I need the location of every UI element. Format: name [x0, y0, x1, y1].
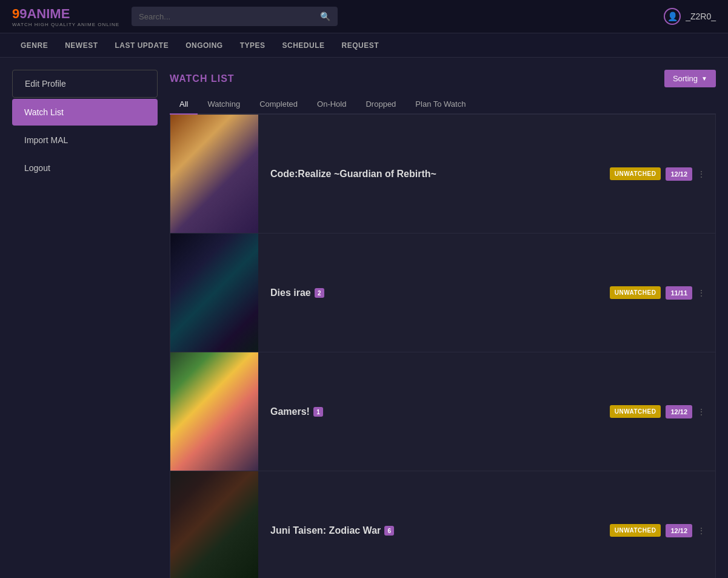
nav-item-types[interactable]: TYPES [232, 33, 274, 58]
user-area: 👤 _Z2R0_ [664, 8, 716, 25]
episode-count-badge: 12/12 [666, 524, 692, 537]
more-options-icon[interactable]: ⋮ [697, 288, 706, 298]
tab-watching[interactable]: Watching [198, 95, 250, 113]
logo-container: 99ANIME WATCH HIGH QUALITY ANIME ONLINE [12, 6, 119, 27]
anime-actions: UNWATCHED12/12⋮ [610, 405, 715, 418]
unwatched-badge: UNWATCHED [610, 286, 661, 299]
search-button[interactable]: 🔍 [313, 7, 338, 26]
chevron-down-icon: ▼ [701, 75, 707, 82]
nav-item-genre[interactable]: GENRE [12, 33, 56, 58]
search-input[interactable] [132, 7, 313, 26]
nav-item-request[interactable]: REQUEST [333, 33, 388, 58]
nav-item-ongoing[interactable]: ONGOING [177, 33, 232, 58]
sidebar-item-edit-profile[interactable]: Edit Profile [12, 70, 158, 98]
episode-badge: 1 [313, 407, 323, 417]
nav-item-schedule[interactable]: SCHEDULE [274, 33, 333, 58]
anime-info: Code:Realize ~Guardian of Rebirth~ [258, 159, 610, 189]
anime-info: Gamers!1 [258, 397, 610, 427]
logo-tagline: WATCH HIGH QUALITY ANIME ONLINE [12, 22, 119, 27]
unwatched-badge: UNWATCHED [610, 405, 661, 418]
nav-item-newest[interactable]: NEWEST [56, 33, 106, 58]
tabs: All Watching Completed On-Hold Dropped P… [170, 95, 716, 115]
tab-completed[interactable]: Completed [250, 95, 307, 113]
episode-badge: 6 [384, 526, 394, 536]
anime-list: Code:Realize ~Guardian of Rebirth~UNWATC… [170, 115, 716, 578]
anime-title[interactable]: Juni Taisen: Zodiac War6 [270, 525, 394, 536]
user-icon: 👤 [664, 8, 681, 25]
anime-thumbnail[interactable] [170, 234, 258, 352]
anime-actions: UNWATCHED12/12⋮ [610, 167, 715, 181]
episode-count-badge: 11/11 [666, 286, 692, 300]
sorting-button[interactable]: Sorting ▼ [664, 70, 716, 87]
nav: GENRE NEWEST LAST UPDATE ONGOING TYPES S… [0, 33, 728, 58]
unwatched-badge: UNWATCHED [610, 167, 661, 180]
more-options-icon[interactable]: ⋮ [697, 526, 706, 536]
anime-title[interactable]: Gamers!1 [270, 406, 323, 417]
sidebar-item-import-mal[interactable]: Import MAL [12, 127, 158, 153]
anime-actions: UNWATCHED12/12⋮ [610, 524, 715, 537]
nav-item-last-update[interactable]: LAST UPDATE [107, 33, 178, 58]
anime-info: Juni Taisen: Zodiac War6 [258, 516, 610, 546]
tab-plan-to-watch[interactable]: Plan To Watch [406, 95, 475, 113]
anime-item: Code:Realize ~Guardian of Rebirth~UNWATC… [170, 115, 715, 234]
sidebar: Edit Profile Watch List Import MAL Logou… [12, 70, 158, 578]
page-title: WATCH LIST [170, 73, 235, 84]
anime-thumbnail[interactable] [170, 115, 258, 233]
tab-dropped[interactable]: Dropped [356, 95, 406, 113]
episode-count-badge: 12/12 [666, 405, 692, 418]
unwatched-badge: UNWATCHED [610, 524, 661, 537]
anime-title[interactable]: Dies irae2 [270, 287, 324, 298]
more-options-icon[interactable]: ⋮ [697, 169, 706, 179]
sidebar-item-logout[interactable]: Logout [12, 155, 158, 181]
sidebar-item-watch-list[interactable]: Watch List [12, 99, 158, 126]
tab-on-hold[interactable]: On-Hold [307, 95, 356, 113]
anime-title[interactable]: Code:Realize ~Guardian of Rebirth~ [270, 169, 436, 180]
more-options-icon[interactable]: ⋮ [697, 407, 706, 417]
episode-count-badge: 12/12 [666, 167, 692, 181]
anime-thumbnail[interactable] [170, 471, 258, 578]
anime-item: Dies irae2UNWATCHED11/11⋮ [170, 234, 715, 352]
anime-info: Dies irae2 [258, 278, 610, 308]
anime-item: Gamers!1UNWATCHED12/12⋮ [170, 352, 715, 471]
logo-highlight: 9 [12, 6, 19, 21]
header: 99ANIME WATCH HIGH QUALITY ANIME ONLINE … [0, 0, 728, 33]
anime-thumbnail[interactable] [170, 352, 258, 471]
episode-badge: 2 [315, 288, 324, 298]
main-layout: Edit Profile Watch List Import MAL Logou… [0, 58, 728, 578]
search-container: 🔍 [132, 7, 338, 26]
tab-all[interactable]: All [170, 95, 198, 115]
content-header: WATCH LIST Sorting ▼ [170, 70, 716, 87]
content: WATCH LIST Sorting ▼ All Watching Comple… [170, 70, 716, 578]
anime-item: Juni Taisen: Zodiac War6UNWATCHED12/12⋮ [170, 471, 715, 578]
username: _Z2R0_ [686, 12, 716, 21]
logo: 99ANIME [12, 6, 119, 22]
anime-actions: UNWATCHED11/11⋮ [610, 286, 715, 300]
